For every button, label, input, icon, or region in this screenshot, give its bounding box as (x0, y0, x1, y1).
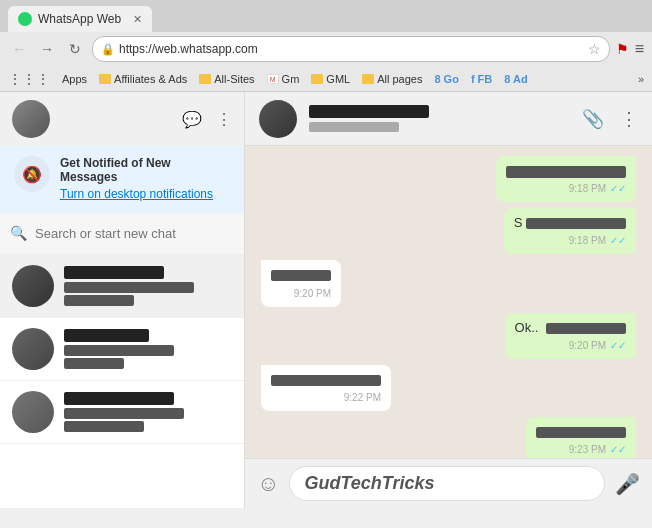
whatsapp-container: 💬 ⋮ 🔕 Get Notified of New Messages Turn … (0, 92, 652, 508)
message-time: 9:18 PM (569, 234, 606, 248)
tab-close-button[interactable]: ✕ (133, 13, 142, 26)
apps-grid-icon[interactable]: ⋮⋮⋮ (8, 71, 50, 87)
chat-name-bar (64, 329, 232, 342)
chat-area: 9:18 PM ✓✓ S 9:18 PM ✓✓ (245, 146, 652, 458)
left-header: 💬 ⋮ (0, 92, 244, 146)
notification-link[interactable]: Turn on desktop notifications (60, 186, 230, 203)
chat-name (64, 329, 149, 342)
read-tick: ✓✓ (610, 182, 626, 196)
contact-status (309, 122, 399, 132)
message-input[interactable]: GudTechTricks (289, 466, 605, 501)
bookmark-gml[interactable]: GML (311, 73, 350, 85)
message-row: Ok.. 9:20 PM ✓✓ (261, 313, 636, 359)
bookmarks-bar: ⋮⋮⋮ Apps Affiliates & Ads All-Sites M Gm… (0, 66, 652, 92)
tab-label: WhatsApp Web (38, 12, 121, 26)
left-panel: 💬 ⋮ 🔕 Get Notified of New Messages Turn … (0, 92, 245, 508)
contact-info (309, 105, 570, 132)
search-icon: 🔍 (10, 225, 27, 241)
folder-icon (199, 74, 211, 84)
bookmark-apps[interactable]: Apps (62, 73, 87, 85)
flag-icon[interactable]: ⚑ (616, 41, 629, 57)
message-row: 9:18 PM ✓✓ (261, 156, 636, 202)
chat-footer: ☺ GudTechTricks 🎤 (245, 458, 652, 508)
back-button[interactable]: ← (8, 38, 30, 60)
notification-banner: 🔕 Get Notified of New Messages Turn on d… (0, 146, 244, 213)
chat-preview (64, 282, 194, 293)
refresh-button[interactable]: ↻ (64, 38, 86, 60)
message-time: 9:18 PM (569, 182, 606, 196)
search-bar: 🔍 (0, 213, 244, 255)
forward-button[interactable]: → (36, 38, 58, 60)
read-tick: ✓✓ (610, 234, 626, 248)
right-header: 📎 ⋮ (245, 92, 652, 146)
contact-name (309, 105, 429, 118)
active-tab[interactable]: WhatsApp Web ✕ (8, 6, 152, 32)
bookmark-fb[interactable]: f FB (471, 73, 492, 85)
chat-name-bar (64, 266, 232, 279)
more-options-icon[interactable]: ⋮ (620, 108, 638, 130)
chat-preview-2 (64, 358, 124, 369)
read-tick: ✓✓ (610, 443, 626, 457)
notification-title: Get Notified of New Messages (60, 156, 230, 184)
message-time: 9:20 PM (569, 339, 606, 353)
read-tick: ✓✓ (610, 339, 626, 353)
chat-item[interactable] (0, 381, 244, 444)
right-panel: 📎 ⋮ 9:18 PM ✓✓ S (245, 92, 652, 508)
message-text-blurred (271, 270, 331, 281)
browser-chrome: WhatsApp Web ✕ ← → ↻ 🔒 https://web.whats… (0, 0, 652, 92)
chat-preview (64, 345, 174, 356)
emoji-button[interactable]: ☺ (257, 471, 279, 497)
chat-item[interactable] (0, 255, 244, 318)
address-bar[interactable]: 🔒 https://web.whatsapp.com ☆ (92, 36, 610, 62)
message-text: S (514, 215, 523, 230)
mic-button[interactable]: 🎤 (615, 472, 640, 496)
chat-avatar (12, 391, 54, 433)
message-time: 9:22 PM (344, 391, 381, 405)
received-bubble: 9:22 PM (261, 365, 391, 411)
bubble-meta: 9:23 PM ✓✓ (536, 443, 626, 457)
bookmark-affiliates[interactable]: Affiliates & Ads (99, 73, 187, 85)
chat-preview-2 (64, 421, 144, 432)
bell-icon: 🔕 (14, 156, 50, 192)
chat-avatar (12, 265, 54, 307)
new-chat-icon[interactable]: 💬 (182, 110, 202, 129)
bubble-meta: 9:20 PM ✓✓ (515, 339, 626, 353)
folder-icon (362, 74, 374, 84)
received-bubble: 9:20 PM (261, 260, 341, 306)
folder-icon (311, 74, 323, 84)
contact-avatar[interactable] (259, 100, 297, 138)
tab-bar: WhatsApp Web ✕ (0, 0, 652, 32)
bookmarks-more-button[interactable]: » (638, 73, 644, 85)
bookmark-allsites[interactable]: All-Sites (199, 73, 254, 85)
message-row: 9:22 PM (261, 365, 636, 411)
chat-name (64, 392, 174, 405)
chat-name (64, 266, 164, 279)
chrome-menu-icon[interactable]: ≡ (635, 40, 644, 58)
address-text: https://web.whatsapp.com (119, 42, 258, 56)
lock-icon: 🔒 (101, 43, 115, 56)
folder-icon (99, 74, 111, 84)
message-time: 9:20 PM (294, 287, 331, 301)
bookmark-go[interactable]: 8 Go (434, 73, 458, 85)
right-header-icons: 📎 ⋮ (582, 108, 638, 130)
attachment-icon[interactable]: 📎 (582, 108, 604, 130)
bookmark-gmail[interactable]: M Gm (267, 73, 300, 85)
chat-item[interactable] (0, 318, 244, 381)
chat-list (0, 255, 244, 508)
bubble-meta: 9:18 PM ✓✓ (506, 182, 626, 196)
notification-text: Get Notified of New Messages Turn on des… (60, 156, 230, 203)
message-text-blurred (546, 323, 626, 334)
bookmark-allpages[interactable]: All pages (362, 73, 422, 85)
chat-preview-2 (64, 295, 134, 306)
footer-brand-text: GudTechTricks (304, 473, 434, 493)
user-avatar[interactable] (12, 100, 50, 138)
search-input[interactable] (35, 226, 234, 241)
menu-dots-icon[interactable]: ⋮ (216, 110, 232, 129)
message-text-blurred (526, 218, 626, 229)
bookmark-star-icon[interactable]: ☆ (588, 41, 601, 57)
sent-bubble: S 9:18 PM ✓✓ (504, 208, 636, 254)
gmail-icon: M (267, 74, 279, 84)
bubble-meta: 9:18 PM ✓✓ (514, 234, 626, 248)
sent-bubble: 9:18 PM ✓✓ (496, 156, 636, 202)
bookmark-ad[interactable]: 8 Ad (504, 73, 527, 85)
